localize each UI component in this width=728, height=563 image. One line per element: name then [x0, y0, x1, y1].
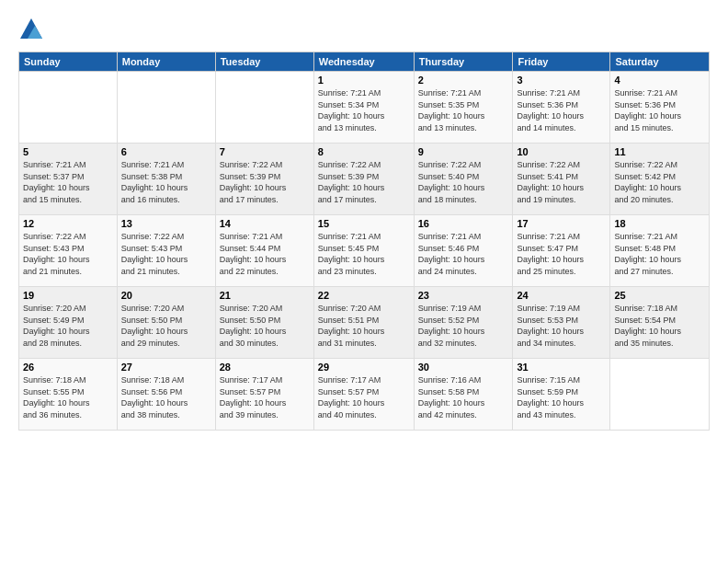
day-number: 1 [318, 75, 410, 86]
calendar-cell: 26Sunrise: 7:18 AM Sunset: 5:55 PM Dayli… [19, 359, 118, 431]
day-info: Sunrise: 7:22 AM Sunset: 5:39 PM Dayligh… [318, 159, 410, 205]
day-number: 24 [517, 290, 606, 301]
week-row-3: 12Sunrise: 7:22 AM Sunset: 5:43 PM Dayli… [19, 215, 710, 287]
calendar-cell: 24Sunrise: 7:19 AM Sunset: 5:53 PM Dayli… [513, 287, 610, 359]
week-row-1: 1Sunrise: 7:21 AM Sunset: 5:34 PM Daylig… [19, 72, 710, 144]
day-number: 12 [23, 218, 113, 229]
day-number: 17 [517, 218, 606, 229]
day-info: Sunrise: 7:21 AM Sunset: 5:47 PM Dayligh… [517, 231, 606, 277]
header [18, 17, 710, 42]
day-number: 22 [318, 290, 410, 301]
day-header-friday: Friday [513, 52, 610, 72]
calendar-cell: 21Sunrise: 7:20 AM Sunset: 5:50 PM Dayli… [215, 287, 313, 359]
calendar-cell: 17Sunrise: 7:21 AM Sunset: 5:47 PM Dayli… [513, 215, 610, 287]
calendar-cell: 11Sunrise: 7:22 AM Sunset: 5:42 PM Dayli… [610, 144, 710, 215]
logo-icon [18, 17, 44, 42]
day-header-sunday: Sunday [19, 52, 118, 72]
calendar-cell: 22Sunrise: 7:20 AM Sunset: 5:51 PM Dayli… [313, 287, 414, 359]
day-info: Sunrise: 7:21 AM Sunset: 5:36 PM Dayligh… [517, 87, 606, 133]
day-info: Sunrise: 7:21 AM Sunset: 5:48 PM Dayligh… [614, 231, 705, 277]
day-number: 13 [121, 218, 211, 229]
day-number: 25 [614, 290, 705, 301]
day-number: 19 [23, 290, 113, 301]
calendar-cell: 13Sunrise: 7:22 AM Sunset: 5:43 PM Dayli… [117, 215, 215, 287]
day-info: Sunrise: 7:17 AM Sunset: 5:57 PM Dayligh… [318, 374, 410, 420]
calendar-cell: 28Sunrise: 7:17 AM Sunset: 5:57 PM Dayli… [215, 359, 313, 431]
day-number: 21 [220, 290, 310, 301]
calendar-cell: 18Sunrise: 7:21 AM Sunset: 5:48 PM Dayli… [610, 215, 710, 287]
day-number: 23 [418, 290, 509, 301]
day-number: 3 [517, 75, 606, 86]
day-info: Sunrise: 7:21 AM Sunset: 5:35 PM Dayligh… [418, 87, 509, 133]
day-info: Sunrise: 7:22 AM Sunset: 5:43 PM Dayligh… [23, 231, 113, 277]
day-info: Sunrise: 7:21 AM Sunset: 5:38 PM Dayligh… [121, 159, 211, 205]
day-number: 16 [418, 218, 509, 229]
calendar-cell: 27Sunrise: 7:18 AM Sunset: 5:56 PM Dayli… [117, 359, 215, 431]
week-row-2: 5Sunrise: 7:21 AM Sunset: 5:37 PM Daylig… [19, 144, 710, 215]
logo [18, 17, 46, 42]
day-number: 5 [23, 146, 113, 157]
calendar-cell [117, 72, 215, 144]
calendar-cell: 2Sunrise: 7:21 AM Sunset: 5:35 PM Daylig… [414, 72, 513, 144]
day-number: 10 [517, 146, 606, 157]
day-number: 27 [121, 362, 211, 373]
day-info: Sunrise: 7:20 AM Sunset: 5:50 PM Dayligh… [220, 303, 310, 349]
day-number: 31 [517, 362, 606, 373]
calendar-cell: 7Sunrise: 7:22 AM Sunset: 5:39 PM Daylig… [215, 144, 313, 215]
day-info: Sunrise: 7:18 AM Sunset: 5:55 PM Dayligh… [23, 374, 113, 420]
day-info: Sunrise: 7:22 AM Sunset: 5:43 PM Dayligh… [121, 231, 211, 277]
calendar-cell: 12Sunrise: 7:22 AM Sunset: 5:43 PM Dayli… [19, 215, 118, 287]
calendar-cell: 31Sunrise: 7:15 AM Sunset: 5:59 PM Dayli… [513, 359, 610, 431]
day-number: 30 [418, 362, 509, 373]
day-number: 8 [318, 146, 410, 157]
day-info: Sunrise: 7:21 AM Sunset: 5:46 PM Dayligh… [418, 231, 509, 277]
calendar-cell: 20Sunrise: 7:20 AM Sunset: 5:50 PM Dayli… [117, 287, 215, 359]
day-number: 28 [220, 362, 310, 373]
day-number: 20 [121, 290, 211, 301]
calendar-cell: 8Sunrise: 7:22 AM Sunset: 5:39 PM Daylig… [313, 144, 414, 215]
day-number: 26 [23, 362, 113, 373]
day-header-saturday: Saturday [610, 52, 710, 72]
day-number: 6 [121, 146, 211, 157]
calendar-cell: 14Sunrise: 7:21 AM Sunset: 5:44 PM Dayli… [215, 215, 313, 287]
day-info: Sunrise: 7:20 AM Sunset: 5:50 PM Dayligh… [121, 303, 211, 349]
day-info: Sunrise: 7:20 AM Sunset: 5:51 PM Dayligh… [318, 303, 410, 349]
day-info: Sunrise: 7:19 AM Sunset: 5:53 PM Dayligh… [517, 303, 606, 349]
day-number: 2 [418, 75, 509, 86]
day-number: 4 [614, 75, 705, 86]
day-info: Sunrise: 7:17 AM Sunset: 5:57 PM Dayligh… [220, 374, 310, 420]
day-number: 15 [318, 218, 410, 229]
day-info: Sunrise: 7:20 AM Sunset: 5:49 PM Dayligh… [23, 303, 113, 349]
calendar-cell: 4Sunrise: 7:21 AM Sunset: 5:36 PM Daylig… [610, 72, 710, 144]
day-number: 11 [614, 146, 705, 157]
day-info: Sunrise: 7:21 AM Sunset: 5:36 PM Dayligh… [614, 87, 705, 133]
day-number: 29 [318, 362, 410, 373]
page: SundayMondayTuesdayWednesdayThursdayFrid… [0, 0, 728, 563]
day-info: Sunrise: 7:22 AM Sunset: 5:40 PM Dayligh… [418, 159, 509, 205]
calendar-cell: 1Sunrise: 7:21 AM Sunset: 5:34 PM Daylig… [313, 72, 414, 144]
day-number: 9 [418, 146, 509, 157]
day-info: Sunrise: 7:18 AM Sunset: 5:56 PM Dayligh… [121, 374, 211, 420]
calendar-cell: 23Sunrise: 7:19 AM Sunset: 5:52 PM Dayli… [414, 287, 513, 359]
day-info: Sunrise: 7:21 AM Sunset: 5:34 PM Dayligh… [318, 87, 410, 133]
day-info: Sunrise: 7:18 AM Sunset: 5:54 PM Dayligh… [614, 303, 705, 349]
day-number: 14 [220, 218, 310, 229]
day-info: Sunrise: 7:21 AM Sunset: 5:37 PM Dayligh… [23, 159, 113, 205]
day-header-row: SundayMondayTuesdayWednesdayThursdayFrid… [19, 52, 710, 72]
calendar-cell: 5Sunrise: 7:21 AM Sunset: 5:37 PM Daylig… [19, 144, 118, 215]
calendar-cell: 9Sunrise: 7:22 AM Sunset: 5:40 PM Daylig… [414, 144, 513, 215]
day-info: Sunrise: 7:22 AM Sunset: 5:39 PM Dayligh… [220, 159, 310, 205]
calendar-cell [19, 72, 118, 144]
calendar-cell: 15Sunrise: 7:21 AM Sunset: 5:45 PM Dayli… [313, 215, 414, 287]
calendar-cell: 16Sunrise: 7:21 AM Sunset: 5:46 PM Dayli… [414, 215, 513, 287]
day-info: Sunrise: 7:22 AM Sunset: 5:42 PM Dayligh… [614, 159, 705, 205]
calendar-cell [215, 72, 313, 144]
day-header-thursday: Thursday [414, 52, 513, 72]
day-info: Sunrise: 7:21 AM Sunset: 5:44 PM Dayligh… [220, 231, 310, 277]
calendar-cell [610, 359, 710, 431]
day-number: 7 [220, 146, 310, 157]
calendar-cell: 10Sunrise: 7:22 AM Sunset: 5:41 PM Dayli… [513, 144, 610, 215]
day-info: Sunrise: 7:16 AM Sunset: 5:58 PM Dayligh… [418, 374, 509, 420]
calendar-cell: 25Sunrise: 7:18 AM Sunset: 5:54 PM Dayli… [610, 287, 710, 359]
calendar-cell: 30Sunrise: 7:16 AM Sunset: 5:58 PM Dayli… [414, 359, 513, 431]
